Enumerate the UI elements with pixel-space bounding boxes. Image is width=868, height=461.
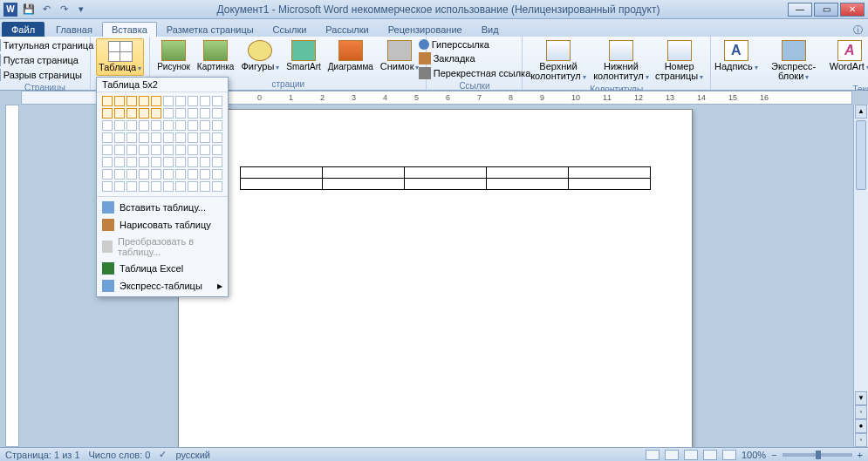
table-grid-cell[interactable] (102, 169, 113, 180)
table-button[interactable]: Таблица (96, 38, 144, 76)
table-grid-cell[interactable] (175, 181, 186, 192)
zoom-out-button[interactable]: − (771, 450, 776, 460)
cover-page-button[interactable]: Титульная страница (0, 38, 103, 52)
table-grid-cell[interactable] (126, 108, 137, 119)
table-grid-cell[interactable] (188, 120, 198, 131)
wordart-button[interactable]: AWordArt (830, 38, 868, 74)
maximize-button[interactable]: ▭ (814, 3, 838, 17)
table-grid-cell[interactable] (163, 132, 174, 143)
ribbon-help-icon[interactable]: ⓘ (853, 24, 863, 37)
table-grid-cell[interactable] (102, 108, 113, 119)
table-grid-cell[interactable] (163, 120, 174, 131)
undo-icon[interactable]: ↶ (38, 2, 54, 17)
table-grid-cell[interactable] (102, 120, 113, 131)
pagenum-button[interactable]: Номер страницы (653, 38, 704, 84)
table-grid-cell[interactable] (114, 132, 125, 143)
scroll-down-button[interactable]: ▼ (855, 391, 867, 405)
vertical-scrollbar[interactable]: ▲ ▼ ◦ ● ◦ (853, 105, 868, 447)
status-words[interactable]: Число слов: 0 (89, 450, 151, 460)
page-break-button[interactable]: Разрыв страницы (0, 68, 103, 82)
table-grid-cell[interactable] (212, 108, 222, 119)
table-grid-cell[interactable] (200, 181, 210, 192)
footer-button[interactable]: Нижний колонтитул (591, 38, 650, 84)
tab-review[interactable]: Рецензирование (379, 22, 472, 37)
table-grid-cell[interactable] (102, 181, 113, 192)
table-grid-cell[interactable] (212, 132, 222, 143)
table-grid-cell[interactable] (126, 181, 137, 192)
browse-select-button[interactable]: ● (855, 419, 867, 433)
tab-mailings[interactable]: Рассылки (316, 22, 378, 37)
crossref-button[interactable]: Перекрестная ссылка (417, 66, 533, 80)
page[interactable] (178, 109, 693, 447)
insert-table-item[interactable]: Вставить таблицу... (97, 199, 228, 216)
table-grid-cell[interactable] (126, 120, 137, 131)
table-grid-cell[interactable] (212, 169, 222, 180)
table-grid-cell[interactable] (151, 132, 161, 143)
table-grid-cell[interactable] (139, 181, 149, 192)
table-grid-cell[interactable] (163, 157, 174, 167)
status-proofing-icon[interactable]: ✓ (159, 449, 167, 460)
table-grid-cell[interactable] (175, 157, 186, 167)
table-size-grid[interactable] (97, 92, 228, 196)
table-grid-cell[interactable] (200, 145, 210, 155)
table-grid-cell[interactable] (126, 132, 137, 143)
browse-prev-button[interactable]: ◦ (855, 405, 867, 419)
table-grid-cell[interactable] (163, 108, 174, 119)
tab-references[interactable]: Ссылки (263, 22, 317, 37)
table-grid-cell[interactable] (175, 96, 186, 106)
table-grid-cell[interactable] (200, 108, 210, 119)
tab-page-layout[interactable]: Разметка страницы (157, 22, 263, 37)
table-grid-cell[interactable] (200, 96, 210, 106)
view-print-layout-button[interactable] (646, 450, 660, 460)
table-grid-cell[interactable] (188, 169, 198, 180)
table-grid-cell[interactable] (102, 96, 113, 106)
status-page[interactable]: Страница: 1 из 1 (5, 450, 80, 460)
table-grid-cell[interactable] (139, 157, 149, 167)
shapes-button[interactable]: Фигуры (239, 38, 281, 74)
table-grid-cell[interactable] (114, 96, 125, 106)
view-web-button[interactable] (684, 450, 698, 460)
table-grid-cell[interactable] (139, 108, 149, 119)
inserted-table[interactable] (240, 166, 651, 190)
zoom-level[interactable]: 100% (742, 450, 766, 460)
table-grid-cell[interactable] (163, 145, 174, 155)
quick-tables-item[interactable]: Экспресс-таблицы▶ (97, 277, 228, 295)
table-grid-cell[interactable] (200, 120, 210, 131)
table-grid-cell[interactable] (151, 145, 161, 155)
table-grid-cell[interactable] (151, 169, 161, 180)
header-button[interactable]: Верхний колонтитул (528, 38, 588, 84)
view-fullscreen-button[interactable] (665, 450, 679, 460)
table-grid-cell[interactable] (114, 181, 125, 192)
view-outline-button[interactable] (703, 450, 717, 460)
table-grid-cell[interactable] (200, 157, 210, 167)
table-grid-cell[interactable] (139, 132, 149, 143)
table-grid-cell[interactable] (175, 108, 186, 119)
zoom-thumb[interactable] (816, 451, 821, 459)
table-grid-cell[interactable] (163, 96, 174, 106)
browse-next-button[interactable]: ◦ (855, 433, 867, 447)
tab-file[interactable]: Файл (2, 22, 44, 37)
picture-button[interactable]: Рисунок (155, 38, 192, 73)
vertical-ruler[interactable] (5, 105, 19, 447)
table-grid-cell[interactable] (102, 132, 113, 143)
table-grid-cell[interactable] (126, 169, 137, 180)
table-grid-cell[interactable] (126, 96, 137, 106)
textbox-button[interactable]: AНадпись (716, 38, 756, 74)
table-grid-cell[interactable] (151, 96, 161, 106)
table-grid-cell[interactable] (151, 120, 161, 131)
draw-table-item[interactable]: Нарисовать таблицу (97, 216, 228, 234)
table-grid-cell[interactable] (188, 96, 198, 106)
minimize-button[interactable]: — (788, 3, 812, 17)
table-grid-cell[interactable] (139, 169, 149, 180)
table-grid-cell[interactable] (188, 157, 198, 167)
save-icon[interactable]: 💾 (21, 2, 37, 17)
table-grid-cell[interactable] (151, 181, 161, 192)
table-grid-cell[interactable] (114, 157, 125, 167)
table-grid-cell[interactable] (188, 181, 198, 192)
table-grid-cell[interactable] (188, 132, 198, 143)
view-draft-button[interactable] (722, 450, 736, 460)
tab-home[interactable]: Главная (46, 22, 102, 37)
table-grid-cell[interactable] (139, 145, 149, 155)
scroll-thumb[interactable] (856, 120, 866, 190)
smartart-button[interactable]: SmartArt (284, 38, 322, 73)
